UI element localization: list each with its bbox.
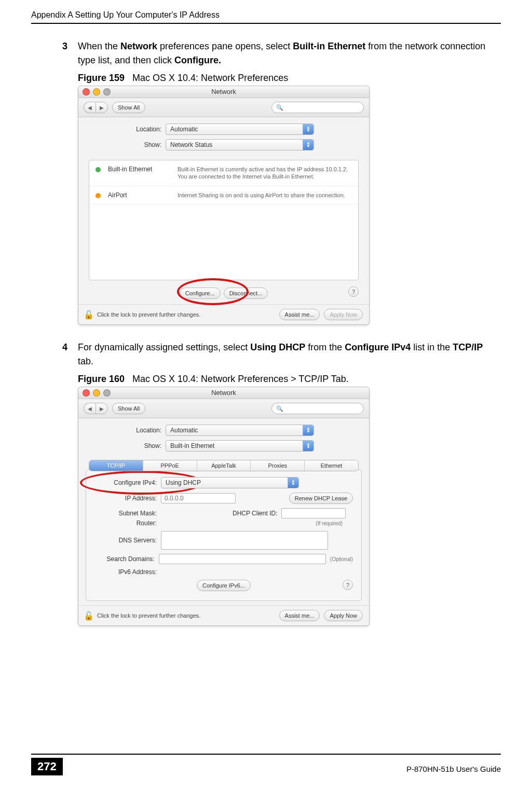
disconnect-button[interactable]: Disconnect... — [224, 288, 268, 299]
titlebar: Network — [78, 86, 369, 98]
configure-button[interactable]: Configure... — [180, 288, 221, 299]
status-dot-icon — [96, 167, 101, 172]
figure-159-caption: Figure 159 Mac OS X 10.4: Network Prefer… — [78, 73, 501, 84]
tab-ethernet[interactable]: Ethernet — [305, 460, 358, 471]
guide-name: P-870HN-51b User's Guide — [406, 765, 501, 773]
dns-servers-field[interactable] — [161, 531, 328, 550]
status-dot-icon — [96, 193, 101, 198]
tab-pppoe[interactable]: PPPoE — [143, 460, 197, 471]
tab-bar: TCP/IP PPPoE AppleTalk Proxies Ethernet — [89, 460, 359, 471]
show-label: Show: — [89, 141, 166, 148]
footer-rule — [31, 754, 501, 755]
location-label: Location: — [89, 427, 166, 434]
configure-ipv4-label: Configure IPv4: — [94, 479, 157, 486]
forward-icon[interactable]: ▶ — [96, 102, 108, 113]
search-domains-field[interactable] — [159, 554, 326, 564]
lock-text: Click the lock to prevent further change… — [97, 311, 275, 318]
configure-ipv4-select[interactable]: Using DHCP ▲▼ — [161, 477, 299, 488]
page-number: 272 — [31, 758, 63, 775]
back-icon[interactable]: ◀ — [84, 403, 96, 414]
assist-me-button[interactable]: Assist me... — [279, 610, 320, 621]
window-footer: 🔓 Click the lock to prevent further chan… — [78, 605, 369, 625]
list-item-desc: Built-in Ethernet is currently active an… — [178, 166, 352, 181]
chevron-updown-icon: ▲▼ — [303, 124, 313, 134]
dhcp-client-id-field[interactable] — [281, 508, 346, 519]
show-select[interactable]: Built-in Ethernet ▲▼ — [166, 440, 314, 452]
help-icon[interactable]: ? — [348, 287, 359, 297]
show-all-button[interactable]: Show All — [112, 102, 145, 113]
apply-now-button[interactable]: Apply Now — [324, 309, 363, 320]
step-4-text: For dynamically assigned settings, selec… — [78, 340, 501, 369]
toolbar: ◀ ▶ Show All 🔍 — [78, 98, 369, 117]
optional-note: (Optional) — [330, 556, 353, 562]
search-icon: 🔍 — [276, 104, 283, 111]
nav-buttons[interactable]: ◀ ▶ — [84, 102, 108, 113]
step-3-text: When the Network preferences pane opens,… — [78, 39, 501, 67]
subnet-mask-label: Subnet Mask: — [94, 510, 157, 517]
chevron-updown-icon: ▲▼ — [303, 441, 313, 451]
list-item-name: Built-in Ethernet — [108, 166, 170, 181]
list-item-name: AirPort — [108, 192, 170, 199]
help-icon[interactable]: ? — [343, 580, 353, 590]
step-3-number: 3 — [62, 39, 78, 67]
assist-me-button[interactable]: Assist me... — [279, 309, 320, 320]
titlebar: Network — [78, 387, 369, 399]
dhcp-client-id-label: DHCP Client ID: — [233, 510, 277, 517]
ip-address-label: IP Address: — [94, 495, 157, 502]
nav-buttons[interactable]: ◀ ▶ — [84, 403, 108, 414]
router-label: Router: — [94, 520, 157, 527]
figure-160-window: Network ◀ ▶ Show All 🔍 Location: Automat… — [78, 387, 370, 626]
list-item[interactable]: Built-in Ethernet Built-in Ethernet is c… — [89, 160, 358, 186]
tab-proxies[interactable]: Proxies — [251, 460, 305, 471]
location-select[interactable]: Automatic ▲▼ — [166, 425, 314, 436]
ipv6-address-label: IPv6 Address: — [94, 568, 157, 576]
search-domains-label: Search Domains: — [94, 555, 155, 563]
configure-ipv6-button[interactable]: Configure IPv6... — [197, 580, 251, 591]
search-input[interactable]: 🔍 — [271, 403, 364, 414]
if-required-note: (If required) — [316, 521, 343, 526]
header-rule — [31, 23, 501, 24]
back-icon[interactable]: ◀ — [84, 102, 96, 113]
chevron-updown-icon: ▲▼ — [288, 478, 298, 488]
mid-button-row: Configure... Disconnect... ? — [78, 285, 369, 304]
dns-servers-label: DNS Servers: — [94, 537, 157, 544]
apply-now-button[interactable]: Apply Now — [324, 610, 363, 621]
renew-dhcp-button[interactable]: Renew DHCP Lease — [289, 493, 353, 504]
window-title: Network — [78, 88, 369, 96]
location-label: Location: — [89, 126, 166, 133]
ip-address-field[interactable]: 0.0.0.0 — [161, 493, 236, 503]
step-4-number: 4 — [62, 340, 78, 369]
tab-appletalk[interactable]: AppleTalk — [197, 460, 251, 471]
search-icon: 🔍 — [276, 405, 283, 412]
chevron-updown-icon: ▲▼ — [303, 140, 313, 150]
chevron-updown-icon: ▲▼ — [303, 425, 313, 435]
location-select[interactable]: Automatic ▲▼ — [166, 124, 314, 135]
appendix-title: Appendix A Setting Up Your Computer's IP… — [31, 10, 501, 23]
list-item-desc: Internet Sharing is on and is using AirP… — [178, 192, 352, 199]
tcpip-panel: Configure IPv4: Using DHCP ▲▼ IP Address… — [86, 469, 362, 601]
window-title: Network — [78, 389, 369, 397]
lock-icon[interactable]: 🔓 — [85, 610, 93, 621]
step-3: 3 When the Network preferences pane open… — [62, 39, 501, 67]
show-label: Show: — [89, 442, 166, 449]
forward-icon[interactable]: ▶ — [96, 403, 108, 414]
show-select[interactable]: Network Status ▲▼ — [166, 139, 314, 151]
toolbar: ◀ ▶ Show All 🔍 — [78, 399, 369, 418]
search-input[interactable]: 🔍 — [271, 102, 364, 113]
tab-tcpip[interactable]: TCP/IP — [89, 460, 143, 471]
figure-160-caption: Figure 160 Mac OS X 10.4: Network Prefer… — [78, 374, 501, 385]
window-footer: 🔓 Click the lock to prevent further chan… — [78, 304, 369, 324]
lock-icon[interactable]: 🔓 — [85, 309, 93, 320]
figure-159-window: Network ◀ ▶ Show All 🔍 Location: Automat… — [78, 86, 370, 325]
lock-text: Click the lock to prevent further change… — [97, 612, 275, 619]
show-all-button[interactable]: Show All — [112, 403, 145, 414]
network-status-list: Built-in Ethernet Built-in Ethernet is c… — [89, 160, 359, 280]
list-item[interactable]: AirPort Internet Sharing is on and is us… — [89, 186, 358, 204]
step-4: 4 For dynamically assigned settings, sel… — [62, 340, 501, 369]
